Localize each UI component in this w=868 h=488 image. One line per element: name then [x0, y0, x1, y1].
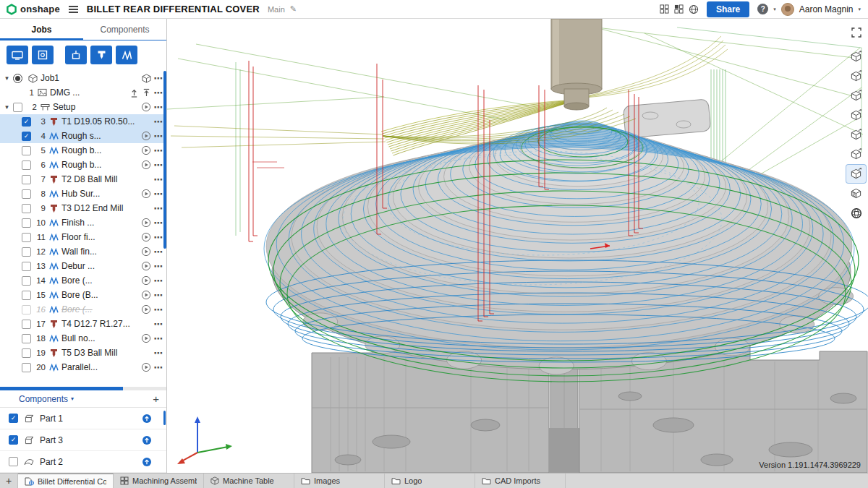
tree-row-6-rough-b[interactable]: 6Rough b...⋯	[0, 158, 166, 172]
tree-row-15-bore-b[interactable]: 15Bore (B...⋯	[0, 288, 166, 302]
share-button[interactable]: Share	[707, 1, 749, 17]
tree-horizontal-scrollbar[interactable]	[0, 387, 166, 390]
overflow-menu-icon[interactable]: ⋯	[154, 334, 164, 343]
toolpath-visibility-checkbox[interactable]	[22, 146, 31, 155]
update-sync-icon[interactable]	[142, 414, 152, 424]
simulate-play-icon[interactable]	[141, 290, 151, 300]
toolpath-visibility-checkbox[interactable]	[22, 132, 31, 141]
view-cube-button[interactable]	[846, 67, 866, 85]
expand-caret-icon[interactable]: ▾	[3, 75, 11, 82]
view-cube-button[interactable]	[846, 106, 866, 124]
view-cube-button[interactable]	[846, 48, 866, 66]
simulate-play-icon[interactable]	[141, 333, 151, 343]
overflow-menu-icon[interactable]: ⋯	[154, 305, 164, 314]
overflow-menu-icon[interactable]: ⋯	[154, 146, 164, 155]
simulate-play-icon[interactable]	[141, 232, 151, 242]
overflow-menu-icon[interactable]: ⋯	[154, 88, 164, 98]
overflow-menu-icon[interactable]: ⋯	[154, 132, 164, 141]
toolpath-visibility-checkbox[interactable]	[22, 233, 31, 242]
toolpath-visibility-checkbox[interactable]	[22, 276, 31, 286]
tree-row-17-t4-d12-7-r1-27[interactable]: 17T4 D12.7 R1.27...⋯	[0, 317, 166, 331]
simulate-play-icon[interactable]	[141, 247, 151, 257]
simulate-play-icon[interactable]	[141, 102, 151, 112]
tree-row-10-finish[interactable]: 10Finish ...⋯	[0, 215, 166, 230]
overflow-menu-icon[interactable]: ⋯	[154, 175, 164, 184]
overflow-menu-icon[interactable]: ⋯	[154, 247, 164, 257]
simulate-play-icon[interactable]	[141, 304, 151, 314]
main-menu-icon[interactable]	[69, 9, 78, 10]
update-sync-icon[interactable]	[142, 457, 152, 467]
toolpath-visibility-checkbox[interactable]	[13, 103, 22, 112]
toolpath-visibility-checkbox[interactable]	[22, 291, 31, 300]
toolpath-visibility-checkbox[interactable]	[22, 218, 31, 228]
toolpath-button[interactable]	[116, 46, 137, 64]
zoom-to-fit-button[interactable]	[846, 23, 866, 41]
doc-tab-images[interactable]: Images	[294, 474, 385, 488]
3d-viewport[interactable]: Version 1.191.1474.3969229	[167, 19, 868, 473]
overflow-menu-icon[interactable]: ⋯	[154, 103, 164, 112]
overflow-menu-icon[interactable]: ⋯	[154, 189, 164, 199]
grid-icon[interactable]	[660, 4, 669, 14]
component-visibility-checkbox[interactable]	[9, 457, 18, 466]
user-name[interactable]: Aaron Magnin	[799, 4, 854, 14]
simulate-play-icon[interactable]	[141, 160, 151, 170]
tree-row-1-dmg[interactable]: 1DMG ...⋯	[0, 85, 166, 100]
tree-row-11-floor-fi[interactable]: 11Floor fi...⋯	[0, 230, 166, 244]
machine-button[interactable]	[7, 46, 28, 64]
model-cube-icon[interactable]	[142, 74, 151, 83]
overflow-menu-icon[interactable]: ⋯	[154, 363, 164, 372]
overflow-menu-icon[interactable]: ⋯	[154, 276, 164, 286]
simulate-play-icon[interactable]	[141, 131, 151, 141]
view-cube-button[interactable]	[846, 126, 866, 144]
panel-tab-components[interactable]: Components	[83, 19, 166, 40]
toolpath-visibility-checkbox[interactable]	[22, 262, 31, 271]
overflow-menu-icon[interactable]: ⋯	[154, 233, 164, 242]
expand-caret-icon[interactable]: ▾	[3, 104, 11, 111]
post-process-icon[interactable]	[129, 88, 139, 98]
toolpath-visibility-checkbox[interactable]	[22, 117, 31, 127]
edit-pencil-icon[interactable]: ✎	[290, 4, 297, 14]
add-tab-button[interactable]: +	[0, 474, 18, 488]
toolpath-visibility-checkbox[interactable]	[22, 160, 31, 170]
tree-row-12-wall-fin[interactable]: 12Wall fin...⋯	[0, 244, 166, 259]
tree-row-20-parallel[interactable]: 20Parallel...⋯	[0, 360, 166, 374]
toolpath-visibility-checkbox[interactable]	[22, 334, 31, 343]
overflow-menu-icon[interactable]: ⋯	[154, 160, 164, 170]
toolpath-visibility-checkbox[interactable]	[22, 175, 31, 184]
overflow-menu-icon[interactable]: ⋯	[154, 348, 164, 358]
add-component-button[interactable]: +	[153, 393, 159, 404]
doc-tab-machining-assembly[interactable]: Machining Assembly	[114, 474, 204, 488]
update-sync-icon[interactable]	[142, 435, 152, 445]
toolpath-visibility-checkbox[interactable]	[22, 305, 31, 314]
toolpath-visibility-checkbox[interactable]	[22, 320, 31, 329]
component-visibility-checkbox[interactable]	[9, 414, 18, 423]
tree-row-4-rough-s[interactable]: 4Rough s...⋯	[0, 129, 166, 143]
tree-row-8-hub-sur[interactable]: 8Hub Sur...⋯	[0, 187, 166, 201]
simulate-play-icon[interactable]	[141, 145, 151, 155]
orbit-view-button[interactable]	[846, 204, 866, 222]
toolpath-visibility-checkbox[interactable]	[22, 204, 31, 213]
globe-icon[interactable]	[689, 4, 699, 14]
components-section-title[interactable]: Components	[19, 394, 68, 404]
components-scrollbar[interactable]	[163, 411, 166, 425]
doc-tab-cad-imports[interactable]: CAD Imports	[475, 474, 566, 488]
panel-tab-jobs[interactable]: Jobs	[0, 19, 83, 40]
toolpath-3d-scene[interactable]	[167, 19, 868, 473]
overflow-menu-icon[interactable]: ⋯	[154, 74, 164, 83]
simulate-play-icon[interactable]	[141, 362, 151, 372]
overflow-menu-icon[interactable]: ⋯	[154, 117, 164, 127]
component-visibility-checkbox[interactable]	[9, 435, 18, 445]
overflow-menu-icon[interactable]: ⋯	[154, 262, 164, 271]
tree-row-14-bore[interactable]: 14Bore (...⋯	[0, 273, 166, 288]
toolpath-visibility-checkbox[interactable]	[22, 247, 31, 257]
simulate-play-icon[interactable]	[141, 261, 151, 271]
doc-tab-billet-differential-co[interactable]: Billet Differential Co...	[18, 474, 114, 488]
toolpath-visibility-checkbox[interactable]	[22, 189, 31, 199]
component-row-part-2[interactable]: Part 2	[0, 451, 166, 473]
overflow-menu-icon[interactable]: ⋯	[154, 320, 164, 329]
view-cube-button[interactable]	[846, 165, 866, 183]
overflow-menu-icon[interactable]: ⋯	[154, 218, 164, 228]
simulate-play-icon[interactable]	[141, 189, 151, 199]
toolpath-visibility-checkbox[interactable]	[22, 348, 31, 358]
user-avatar[interactable]	[781, 3, 794, 16]
